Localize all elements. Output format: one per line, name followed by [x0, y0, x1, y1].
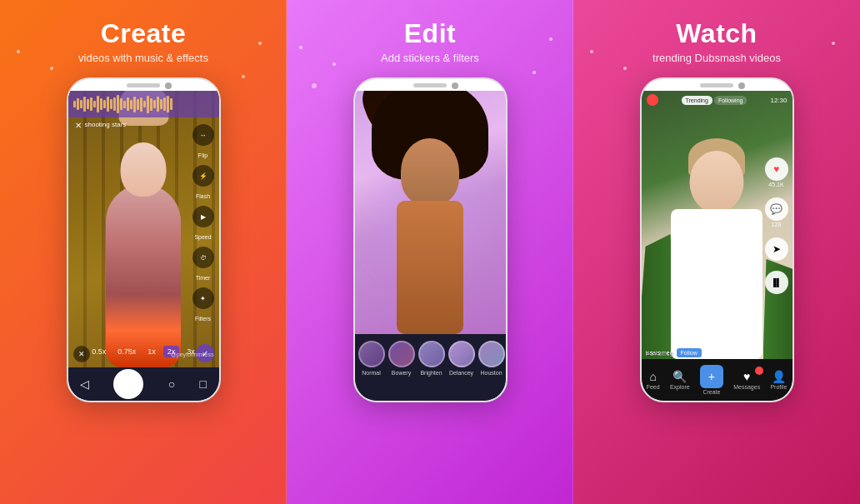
close-button[interactable]: ✕	[75, 121, 82, 130]
watch-phone: Trending Following 12:30 ♥ 45.1K 💬 128	[640, 77, 794, 402]
create-phone-wrapper: ✕ shooting stars ↔ Flip ⚡ Flash ▶ Speed …	[0, 77, 287, 504]
waveform-bar	[73, 101, 76, 107]
profile-nav-item[interactable]: 👤 Profile	[770, 370, 787, 390]
speed-0-75x[interactable]: 0.75x	[113, 346, 140, 357]
waveform-bar	[150, 98, 152, 111]
create-subtitle: videos with music & effects	[78, 52, 208, 64]
camera-controls: ↔ Flip ⚡ Flash ▶ Speed ⏱ Timer ✦ Filters	[192, 124, 214, 322]
following-tab[interactable]: Following	[714, 96, 748, 105]
waveform-bar	[90, 97, 92, 111]
share-icon: ➤	[765, 237, 788, 261]
filter-brighten-thumb	[418, 341, 445, 367]
like-count: 45.1K	[768, 182, 783, 187]
follow-button[interactable]: Follow	[677, 348, 702, 357]
edit-person-head	[401, 138, 459, 205]
flash-button[interactable]: ⚡	[192, 165, 214, 187]
waveform-bar	[83, 97, 86, 112]
filters-button[interactable]: ✦	[192, 287, 214, 309]
watch-subtitle: trending Dubsmash videos	[652, 52, 781, 64]
filter-delancey[interactable]: Delancey	[448, 341, 475, 376]
create-title: Create	[78, 18, 208, 49]
timer-button[interactable]: ⏱	[192, 247, 214, 268]
watch-person-body	[671, 209, 762, 359]
edit-phone-camera	[452, 82, 458, 89]
home-button[interactable]: ○	[168, 377, 175, 391]
filter-houston[interactable]: Houston	[478, 341, 505, 376]
create-panel: Create videos with music & effects	[0, 0, 287, 504]
back-button[interactable]: ◁	[80, 377, 89, 391]
speed-0-5x[interactable]: 0.5x	[88, 346, 110, 357]
record-button[interactable]	[113, 369, 143, 399]
create-nav-label: Create	[702, 389, 720, 395]
square-button[interactable]: □	[199, 377, 206, 391]
heart-icon: ♥	[765, 157, 788, 181]
feed-nav-label: Feed	[647, 384, 660, 390]
edit-panel: Edit Add stickers & filters	[287, 0, 573, 504]
confetti-11	[623, 67, 627, 70]
waveform-bar	[157, 97, 159, 112]
create-nav-icon: +	[700, 365, 723, 388]
comment-action[interactable]: 💬 128	[765, 197, 788, 227]
flip-button[interactable]: ↔	[192, 124, 214, 146]
filter-bowery-label: Bowery	[392, 370, 411, 376]
explore-nav-item[interactable]: 🔍 Explore	[670, 370, 690, 390]
filter-delancey-thumb	[448, 341, 475, 367]
edit-video-bg	[355, 91, 506, 334]
waveform-bar	[97, 96, 99, 112]
edit-person-body	[397, 201, 463, 334]
phone-camera	[165, 82, 172, 89]
cancel-record-button[interactable]: ✕	[73, 346, 90, 362]
filter-houston-label: Houston	[480, 370, 502, 376]
filter-houston-thumb	[478, 341, 505, 367]
audio-action[interactable]: ▐▌	[765, 271, 788, 294]
messages-nav-item[interactable]: ♥ Messages	[733, 370, 760, 390]
create-person-head	[121, 142, 167, 197]
confetti-3	[258, 42, 262, 45]
waveform-bar	[127, 97, 129, 111]
confetti-12	[832, 42, 835, 45]
filter-brighten[interactable]: Brighten	[418, 341, 445, 376]
waveform-bar	[137, 99, 139, 110]
song-label: shooting stars	[85, 121, 127, 128]
home-nav-icon: ⌂	[649, 370, 656, 383]
waveform	[73, 95, 214, 113]
confetti-2	[50, 67, 53, 70]
comment-count: 128	[772, 222, 782, 227]
confetti-5	[299, 46, 302, 49]
edit-subtitle: Add stickers & filters	[381, 52, 479, 64]
feed-nav-item[interactable]: ⌂ Feed	[647, 370, 660, 390]
filter-delancey-label: Delancey	[449, 370, 473, 376]
edit-phone-speaker	[413, 83, 447, 87]
waveform-bar	[130, 100, 132, 109]
waveform-bar	[107, 97, 109, 112]
filter-bowery-thumb	[388, 341, 415, 367]
filter-normal[interactable]: Normal	[358, 341, 385, 376]
confetti-6	[332, 62, 336, 66]
share-action[interactable]: ➤	[765, 237, 788, 261]
watch-phone-speaker	[700, 83, 733, 87]
trending-tab[interactable]: Trending	[682, 96, 712, 105]
waveform-bar	[110, 99, 112, 109]
edit-phone-wrapper: Normal Bowery Brighten Delancey	[287, 77, 573, 504]
profile-nav-label: Profile	[770, 384, 787, 390]
watch-panel: Watch trending Dubsmash videos	[573, 0, 860, 504]
create-nav-item[interactable]: + Create	[700, 365, 723, 395]
edit-person	[363, 117, 497, 334]
filter-bar: Normal Bowery Brighten Delancey	[355, 334, 506, 401]
watch-actions: ♥ 45.1K 💬 128 ➤ ▐▌	[765, 157, 788, 294]
dubsmash-logo	[647, 94, 658, 106]
explore-nav-label: Explore	[670, 384, 690, 390]
waveform-bar	[80, 100, 82, 108]
create-screen: ✕ shooting stars ↔ Flip ⚡ Flash ▶ Speed …	[68, 91, 219, 401]
like-action[interactable]: ♥ 45.1K	[765, 157, 788, 187]
waveform-bar	[160, 99, 162, 109]
speed-label: Speed	[194, 234, 211, 240]
confetti-8	[532, 71, 536, 74]
speed-1x[interactable]: 1x	[143, 346, 160, 357]
waveform-bar	[163, 97, 166, 111]
watch-time: 12:30	[770, 97, 787, 104]
filter-bowery[interactable]: Bowery	[388, 341, 415, 376]
speed-button[interactable]: ▶	[192, 206, 214, 227]
watch-bottom-nav: ⌂ Feed 🔍 Explore + Create ♥ Messages	[642, 359, 792, 401]
edit-screen: Normal Bowery Brighten Delancey	[355, 91, 506, 401]
